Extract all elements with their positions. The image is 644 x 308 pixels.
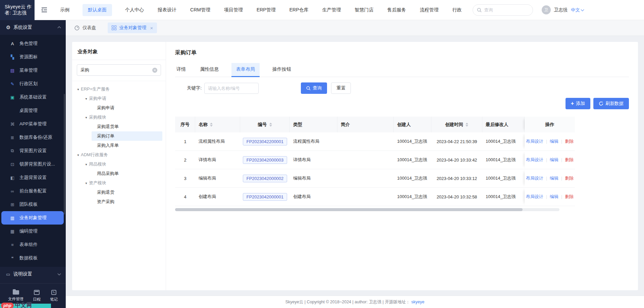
sidebar-item[interactable]: ▥ 业务对象管理 — [1, 211, 64, 225]
sidebar-item[interactable]: 桌面管理 — [0, 104, 66, 117]
top-nav-item[interactable]: 个人中心 — [124, 4, 145, 16]
tree-node[interactable]: ▾ 资产模块 — [84, 178, 162, 188]
tree-node[interactable]: ▾ 资产采购 — [92, 197, 162, 206]
sidebar-item[interactable]: ▦ 编码管理 — [0, 225, 66, 238]
top-nav-item[interactable]: 报表设计 — [157, 4, 177, 16]
sidebar-item[interactable]: ▣ 系统基础设置 — [0, 90, 66, 104]
dock-item-schedule[interactable]: 日程 — [33, 290, 41, 302]
search-button[interactable]: 查询 — [301, 82, 327, 94]
sidebar-scrollbar[interactable] — [64, 94, 65, 214]
sidebar-item[interactable]: ◧ 主题背景设置 — [0, 171, 66, 184]
sidebar-group-system-settings[interactable]: ⚙ 系统设置 — [0, 20, 66, 35]
sidebar-item[interactable]: ❝ 数据模板 — [0, 251, 66, 265]
col-code[interactable]: 编号 — [240, 117, 290, 132]
top-nav-item[interactable]: 示例 — [59, 4, 70, 16]
tree-node[interactable]: ▾ 采购申请 — [92, 103, 162, 113]
delete-link[interactable]: 删除 — [565, 138, 574, 144]
tree-node[interactable]: ▾ 采购订单 — [92, 131, 162, 141]
sort-icon[interactable] — [466, 123, 468, 127]
delete-link[interactable]: 删除 — [565, 157, 574, 163]
keyword-input[interactable] — [204, 83, 259, 94]
code-tag[interactable]: FP2023042000002 — [243, 175, 287, 182]
col-created[interactable]: 创建时间 — [431, 117, 482, 132]
top-nav-item[interactable]: ERP管理 — [256, 4, 276, 16]
add-button[interactable]: + 添加 — [566, 98, 590, 109]
delete-link[interactable]: 删除 — [565, 175, 574, 181]
sort-icon[interactable] — [210, 123, 213, 127]
tree-node[interactable]: ▾ 采购申请 — [84, 94, 162, 103]
tree-node[interactable]: ▾ ERP+生产服务 — [75, 84, 162, 94]
sidebar-collapse-icon[interactable] — [41, 7, 47, 12]
edit-link[interactable]: 编辑 — [550, 138, 558, 144]
sidebar-group[interactable]: ▭ 说明设置 — [0, 267, 66, 282]
sidebar-item[interactable]: ∞ 前台服务配置 — [0, 184, 66, 198]
sidebar-item[interactable]: ⊞ 团队模板 — [0, 198, 66, 211]
top-nav-item[interactable]: 默认桌面 — [83, 4, 112, 16]
tree-node[interactable]: ▾ ADM行政服务 — [75, 150, 162, 160]
dock-item-notes[interactable]: ✎ 笔记 — [50, 290, 58, 302]
col-name[interactable]: 名称 — [195, 117, 240, 132]
language-switcher[interactable]: 中文 — [571, 7, 584, 13]
tree-search-input[interactable] — [80, 68, 152, 73]
code-tag[interactable]: FP2023042000001 — [243, 193, 287, 201]
user-name[interactable]: 卫志强 — [554, 7, 568, 13]
sidebar-item[interactable]: ▚ 资源图标 — [0, 50, 66, 64]
detail-tab[interactable]: 详情 — [175, 63, 187, 77]
sidebar-item[interactable]: ⌘ APP菜单管理 — [0, 117, 66, 131]
dock-item-files[interactable]: 文件管理 — [8, 290, 23, 302]
opensource-link[interactable]: skyeye — [411, 300, 424, 304]
tree-expand-icon[interactable]: ▾ — [75, 87, 81, 91]
top-nav-item[interactable]: 智慧门店 — [354, 4, 374, 16]
tree-node[interactable]: ▾ 用品采购单 — [92, 169, 162, 178]
detail-tab[interactable]: 属性信息 — [199, 63, 220, 77]
edit-link[interactable]: 编辑 — [550, 194, 558, 200]
sidebar-item[interactable]: ≡ 表单组件 — [0, 238, 66, 251]
code-tag[interactable]: FP2023042000003 — [243, 156, 287, 164]
global-search[interactable] — [473, 4, 533, 16]
avatar[interactable]: 卫 — [542, 5, 551, 14]
tab-dashboard[interactable]: 仪表盘 — [74, 25, 96, 31]
tree-node[interactable]: ▾ 采购退货单 — [92, 122, 162, 131]
sidebar-item[interactable]: ⊡ 锁屏背景图片设... — [0, 158, 66, 171]
close-icon[interactable]: × — [150, 25, 153, 31]
tree-node[interactable]: ▾ 采购模块 — [84, 113, 162, 122]
horizontal-scrollbar[interactable] — [175, 208, 559, 211]
top-nav-item[interactable]: CRM管理 — [190, 4, 211, 16]
sidebar-item[interactable]: ▤ 菜单管理 — [0, 64, 66, 77]
edit-link[interactable]: 编辑 — [550, 175, 558, 181]
top-nav-item[interactable]: 生产管理 — [322, 4, 342, 16]
tree-node[interactable]: ▾ 采购入库单 — [92, 141, 162, 150]
clear-icon[interactable]: ✕ — [152, 68, 157, 73]
scrollbar-thumb[interactable] — [175, 208, 523, 211]
top-nav-item[interactable]: 项目管理 — [223, 4, 244, 16]
tree-search-box[interactable]: ✕ — [77, 64, 161, 76]
reset-button[interactable]: 重置 — [331, 82, 351, 94]
top-nav-item[interactable]: 售后服务 — [387, 4, 407, 16]
tree-expand-icon[interactable]: ▾ — [84, 97, 89, 101]
layout-design-link[interactable]: 布局设计 — [526, 157, 543, 163]
tree-expand-icon[interactable]: ▾ — [84, 181, 89, 185]
top-nav-item[interactable]: ERP仓库 — [289, 4, 309, 16]
refresh-button[interactable]: 刷新数据 — [593, 98, 629, 109]
edit-link[interactable]: 编辑 — [550, 157, 558, 163]
sidebar-item[interactable]: ✎ 行政区划 — [0, 77, 66, 90]
tab-business-object-manage[interactable]: 业务对象管理 × — [108, 22, 157, 33]
tree-node[interactable]: ▾ 用品模块 — [84, 160, 162, 169]
tree-expand-icon[interactable]: ▾ — [84, 163, 89, 166]
top-nav-item[interactable]: 流程管理 — [419, 4, 439, 16]
layout-design-link[interactable]: 布局设计 — [526, 194, 543, 200]
sidebar-item[interactable]: A 角色管理 — [0, 37, 66, 50]
global-search-input[interactable] — [484, 7, 521, 12]
sidebar-item[interactable]: ⧉ 背景图片设置 — [0, 144, 66, 158]
sidebar-item[interactable]: ≣ 数据库备份/还原 — [0, 131, 66, 144]
delete-link[interactable]: 删除 — [565, 194, 574, 200]
tree-expand-icon[interactable]: ▾ — [75, 153, 81, 157]
tree-expand-icon[interactable]: ▾ — [84, 116, 89, 119]
layout-design-link[interactable]: 布局设计 — [526, 175, 543, 181]
sort-icon[interactable] — [269, 123, 272, 127]
tree-node[interactable]: ▾ 采购退货 — [92, 188, 162, 197]
top-nav-item[interactable]: 行政 — [452, 4, 463, 16]
layout-design-link[interactable]: 布局设计 — [526, 138, 543, 144]
detail-tab[interactable]: 表单布局 — [231, 63, 260, 77]
code-tag[interactable]: FP2023042200001 — [243, 138, 287, 145]
